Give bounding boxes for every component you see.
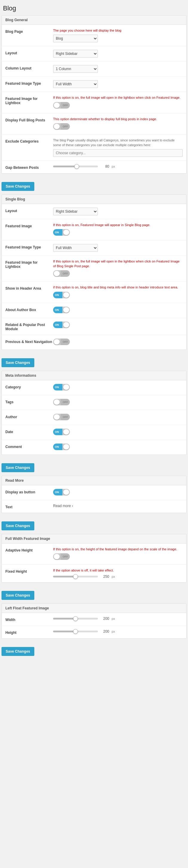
field-content-fixed-height: If the option above is off, it will take… (53, 568, 183, 579)
toggle-on[interactable]: ON (53, 292, 70, 298)
field-content-category: ON (53, 384, 183, 391)
slider-track[interactable] (53, 618, 98, 620)
field-content-comment: ON (53, 443, 183, 451)
field-label-category: Category (5, 384, 53, 389)
toggle-off[interactable]: OFF (53, 399, 70, 405)
select-column-layout[interactable]: 1 Column (53, 65, 98, 73)
toggle-off[interactable]: OFF (53, 270, 70, 277)
save-button-read-more[interactable]: Save Changes (1, 521, 34, 530)
select-layout[interactable]: Right Sidebar (53, 50, 98, 58)
slider-thumb[interactable] (73, 616, 78, 621)
field-label-display-full-posts: Display Full Blog Posts (5, 117, 53, 122)
field-desc-exclude-categories: The blog Page usually displays all Categ… (53, 138, 183, 147)
toggle-off[interactable]: OFF (53, 102, 70, 108)
field-label-display-as-button: Display as button (5, 489, 53, 494)
field-label-featured-image-type: Featured Image Type (5, 244, 53, 249)
field-label-gap-between-posts: Gap Between Posts (5, 164, 53, 170)
field-row-featured-image-type: Featured Image TypeFull Width (2, 240, 186, 256)
field-row-gap-between-posts: Gap Between Posts80px (2, 161, 186, 173)
section-single-blog: Single BlogLayoutRight SidebarFeatured I… (1, 194, 187, 350)
toggle-on[interactable]: ON (53, 307, 70, 313)
field-desc-display-full-posts: This option determinate whether to displ… (53, 117, 183, 121)
toggle-on[interactable]: ON (53, 229, 70, 236)
field-content-related-popular: ON (53, 321, 183, 329)
select-layout[interactable]: Right Sidebar (53, 208, 98, 215)
slider-thumb[interactable] (73, 574, 78, 579)
field-row-blog-page: Blog PageThe page you choose here will d… (2, 25, 186, 46)
toggle-off[interactable]: OFF (53, 339, 70, 345)
field-desc-show-in-header: if this option is on, blog title and blo… (53, 285, 183, 290)
field-label-date: Date (5, 429, 53, 434)
toggle-on[interactable]: ON (53, 489, 70, 495)
field-content-featured-image-lightbox: If this option is on, the full image wil… (53, 95, 183, 109)
slider-thumb[interactable] (74, 164, 79, 169)
field-desc-blog-page: The page you choose here will display th… (53, 28, 183, 33)
field-label-featured-image-type: Featured Image Type (5, 80, 53, 86)
field-content-show-in-header: if this option is on, blog title and blo… (53, 285, 183, 299)
slider-value: 250 (100, 575, 109, 579)
slider-track[interactable] (53, 576, 98, 578)
save-button-left-float-featured[interactable]: Save Changes (1, 647, 34, 656)
field-content-text: Read more › (53, 504, 183, 508)
field-content-blog-page: The page you choose here will display th… (53, 28, 183, 42)
field-desc-featured-image-lightbox: If this option is on, the full image wil… (53, 259, 183, 269)
field-content-exclude-categories: The blog Page usually displays all Categ… (53, 138, 183, 157)
toggle-off[interactable]: OFF (53, 123, 70, 130)
field-label-column-layout: Column Layout (5, 65, 53, 70)
field-row-featured-image-lightbox: Featured Image for LightboxIf this optio… (2, 256, 186, 282)
field-label-layout: Layout (5, 208, 53, 213)
slider-thumb[interactable] (73, 629, 78, 634)
field-row-category: CategoryON (2, 380, 186, 395)
page-title: Blog (0, 0, 188, 15)
field-content-featured-image-type: Full Width (53, 80, 183, 88)
field-label-author: Author (5, 414, 53, 419)
slider-value: 200 (100, 629, 109, 633)
field-label-adaptive-height: Adaptive Height (5, 547, 53, 552)
field-label-tags: Tags (5, 399, 53, 404)
field-row-width: Width200px (2, 613, 186, 626)
section-full-width-featured: Full Width Featured ImageAdaptive Height… (1, 534, 187, 583)
slider-wrap: 80px (53, 164, 183, 168)
field-content-adaptive-height: If this option is on, the height of the … (53, 547, 183, 561)
section-left-float-featured: Left Float Featured ImageWidth200pxHeigh… (1, 603, 187, 639)
save-button-meta-informations[interactable]: Save Changes (1, 463, 34, 472)
field-desc-featured-image-lightbox: If this option is on, the full image wil… (53, 95, 183, 100)
field-content-height: 200px (53, 629, 183, 633)
field-label-about-author-box: About Author Box (5, 307, 53, 312)
toggle-off[interactable]: OFF (53, 414, 70, 420)
slider-track[interactable] (53, 630, 98, 632)
text-input-exclude-categories[interactable] (53, 149, 183, 157)
slider-track[interactable] (53, 165, 98, 167)
field-label-width: Width (5, 617, 53, 622)
toggle-on[interactable]: ON (53, 443, 70, 450)
field-content-column-layout: 1 Column (53, 65, 183, 73)
section-header-meta-informations: Meta informations (2, 371, 186, 380)
toggle-on[interactable]: ON (53, 321, 70, 328)
field-row-height: Height200px (2, 626, 186, 638)
slider-unit: px (112, 630, 115, 633)
select-featured-image-type[interactable]: Full Width (53, 244, 98, 252)
field-row-author: AuthorOFF (2, 410, 186, 425)
save-button-blog-general[interactable]: Save Changes (1, 182, 34, 191)
save-button-single-blog[interactable]: Save Changes (1, 358, 34, 367)
field-row-fixed-height: Fixed HeightIf the option above is off, … (2, 565, 186, 582)
field-label-fixed-height: Fixed Height (5, 568, 53, 574)
toggle-off[interactable]: OFF (53, 553, 70, 560)
slider-wrap: 200px (53, 629, 183, 633)
field-row-related-popular: Related & Popular Post ModuleON (2, 318, 186, 335)
field-row-featured-image: Featured ImageIf this option is on, Feat… (2, 219, 186, 240)
field-label-prev-next-nav: Previous & Next Navigation (5, 339, 53, 344)
select-featured-image-type[interactable]: Full Width (53, 80, 98, 88)
save-button-full-width-featured[interactable]: Save Changes (1, 591, 34, 600)
select-blog-page[interactable]: Blog (53, 35, 98, 42)
section-header-read-more: Read More (2, 476, 186, 485)
field-content-featured-image-type: Full Width (53, 244, 183, 252)
toggle-on[interactable]: ON (53, 429, 70, 435)
field-content-display-as-button: ON (53, 489, 183, 496)
field-row-date: DateON (2, 425, 186, 440)
field-label-featured-image-lightbox: Featured Image for Lightbox (5, 259, 53, 269)
field-content-featured-image: If this option is on, Featured Image wil… (53, 223, 183, 237)
field-content-author: OFF (53, 414, 183, 421)
slider-value: 200 (100, 617, 109, 621)
toggle-on[interactable]: ON (53, 384, 70, 391)
